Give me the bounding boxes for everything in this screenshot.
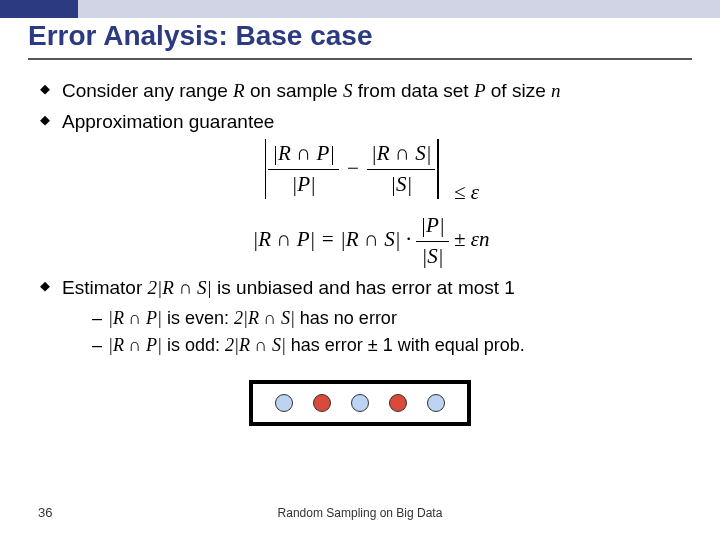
dot-icon	[275, 394, 293, 412]
text: Consider any range	[62, 80, 233, 101]
sub-bullet-list: |R ∩ P| is even: 2|R ∩ S| has no error |…	[92, 306, 680, 358]
denominator: |S|	[367, 170, 436, 199]
minus: −	[347, 154, 359, 183]
lhs: |R ∩ P| = |R ∩ S| ·	[252, 227, 416, 251]
text: of size	[486, 80, 551, 101]
rhs: ≤ ε	[454, 180, 479, 204]
dots-box	[249, 380, 471, 426]
header-accent	[0, 0, 78, 18]
equation-1: |R ∩ P| |P| − |R ∩ S| |S| ≤ ε	[62, 139, 680, 207]
tail: ± εn	[454, 227, 490, 251]
slide-title: Error Analysis: Base case	[28, 20, 692, 52]
text: is even:	[162, 308, 234, 328]
numerator: |R ∩ P|	[268, 139, 339, 169]
bullet-3: Estimator 2|R ∩ S| is unbiased and has e…	[40, 275, 680, 358]
text: has no error	[295, 308, 397, 328]
numerator: |P|	[416, 211, 448, 241]
text: Estimator	[62, 277, 148, 298]
var-P: P	[474, 80, 486, 101]
bullet-2: Approximation guarantee |R ∩ P| |P| − |R…	[40, 109, 680, 272]
text: on sample	[245, 80, 343, 101]
abs-outer: |R ∩ P| |P| − |R ∩ S| |S|	[263, 139, 441, 199]
frac-2: |R ∩ S| |S|	[367, 139, 436, 199]
numerator: |R ∩ S|	[367, 139, 436, 169]
expr: 2|R ∩ S|	[234, 308, 295, 328]
dot-icon	[351, 394, 369, 412]
bullet-1: Consider any range R on sample S from da…	[40, 78, 680, 105]
content: Consider any range R on sample S from da…	[0, 60, 720, 426]
dot-icon	[427, 394, 445, 412]
var-R: R	[233, 80, 245, 101]
footer-text: Random Sampling on Big Data	[0, 506, 720, 520]
text: is odd:	[162, 335, 225, 355]
text: from data set	[352, 80, 473, 101]
text: Approximation guarantee	[62, 111, 274, 132]
dot-icon	[389, 394, 407, 412]
frac-1: |R ∩ P| |P|	[268, 139, 339, 199]
title-wrap: Error Analysis: Base case	[0, 18, 720, 56]
denominator: |P|	[268, 170, 339, 199]
text: has error ± 1 with equal prob.	[286, 335, 525, 355]
bullet-list: Consider any range R on sample S from da…	[40, 78, 680, 358]
expr: |R ∩ P|	[108, 308, 162, 328]
var-n: n	[551, 80, 561, 101]
frac-3: |P| |S|	[416, 211, 448, 271]
sub-bullet-2: |R ∩ P| is odd: 2|R ∩ S| has error ± 1 w…	[92, 333, 680, 358]
equation-2: |R ∩ P| = |R ∩ S| · |P| |S| ± εn	[62, 211, 680, 271]
expr: 2|R ∩ S|	[225, 335, 286, 355]
sub-bullet-1: |R ∩ P| is even: 2|R ∩ S| has no error	[92, 306, 680, 331]
text: is unbiased and has error at most 1	[212, 277, 515, 298]
slide: Error Analysis: Base case Consider any r…	[0, 0, 720, 540]
dot-icon	[313, 394, 331, 412]
estimator: 2|R ∩ S|	[148, 277, 212, 298]
dots-diagram	[40, 380, 680, 426]
header-bar	[0, 0, 720, 18]
denominator: |S|	[416, 242, 448, 271]
expr: |R ∩ P|	[108, 335, 162, 355]
